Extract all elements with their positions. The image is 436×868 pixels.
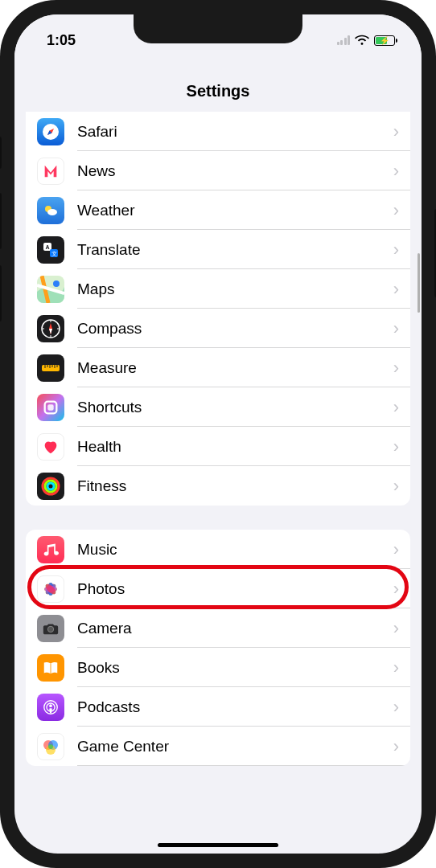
settings-row-label: Weather — [77, 202, 393, 219]
svg-point-10 — [53, 280, 60, 287]
chevron-right-icon: › — [393, 657, 399, 678]
svg-text:文: 文 — [51, 251, 57, 256]
chevron-right-icon: › — [393, 397, 399, 418]
settings-group-apps-1: Safari › News › Weather › — [26, 112, 410, 506]
settings-row-label: Measure — [77, 359, 393, 377]
chevron-right-icon: › — [393, 579, 399, 600]
settings-row-label: Shortcuts — [77, 399, 393, 416]
chevron-right-icon: › — [393, 436, 399, 457]
chevron-right-icon: › — [393, 697, 399, 718]
settings-row-health[interactable]: Health › — [26, 427, 410, 466]
settings-group-apps-2: Music › — [26, 530, 410, 766]
chevron-right-icon: › — [393, 240, 399, 260]
svg-point-38 — [47, 626, 53, 632]
wifi-icon — [355, 35, 369, 46]
measure-icon — [37, 354, 64, 382]
silent-switch — [0, 137, 2, 169]
cellular-icon — [337, 35, 351, 45]
settings-row-weather[interactable]: Weather › — [26, 190, 410, 230]
fitness-icon — [37, 473, 64, 500]
volume-up-button — [0, 193, 2, 249]
settings-row-measure[interactable]: Measure › — [26, 348, 410, 387]
chevron-right-icon: › — [393, 318, 399, 339]
volume-down-button — [0, 265, 2, 321]
maps-icon — [37, 276, 64, 303]
settings-row-music[interactable]: Music › — [26, 530, 410, 569]
safari-icon — [37, 118, 64, 145]
chevron-right-icon: › — [393, 736, 399, 757]
settings-row-label: Maps — [77, 280, 393, 298]
screen: 1:05 ⚡ Settings — [14, 14, 422, 854]
settings-row-news[interactable]: News › — [26, 151, 410, 190]
settings-row-label: Safari — [77, 123, 393, 141]
home-indicator[interactable] — [158, 843, 278, 847]
svg-point-4 — [47, 209, 57, 215]
weather-icon — [37, 197, 64, 224]
settings-row-label: Game Center — [77, 738, 393, 755]
health-icon — [37, 433, 64, 461]
settings-row-maps[interactable]: Maps › — [26, 269, 410, 309]
svg-rect-26 — [47, 404, 53, 410]
gamecenter-icon — [37, 733, 64, 760]
settings-row-translate[interactable]: A文 Translate › — [26, 230, 410, 269]
settings-row-fitness[interactable]: Fitness › — [26, 466, 410, 506]
battery-charging-icon: ⚡ — [374, 35, 397, 46]
shortcuts-icon — [37, 394, 64, 421]
settings-row-label: Music — [77, 541, 393, 559]
page-title: Settings — [187, 82, 250, 100]
settings-row-label: Compass — [77, 320, 393, 338]
translate-icon: A文 — [37, 236, 64, 264]
settings-row-books[interactable]: Books › — [26, 648, 410, 687]
chevron-right-icon: › — [393, 539, 399, 560]
status-icons: ⚡ — [337, 35, 398, 46]
svg-point-42 — [49, 704, 52, 707]
chevron-right-icon: › — [393, 200, 399, 221]
svg-marker-17 — [49, 329, 52, 334]
chevron-right-icon: › — [393, 476, 399, 497]
settings-row-podcasts[interactable]: Podcasts › — [26, 687, 410, 727]
compass-icon — [37, 315, 64, 342]
settings-row-label: Podcasts — [77, 698, 393, 716]
navbar: Settings — [14, 53, 422, 112]
device-frame: 1:05 ⚡ Settings — [0, 0, 436, 868]
chevron-right-icon: › — [393, 161, 399, 182]
settings-row-shortcuts[interactable]: Shortcuts › — [26, 387, 410, 427]
svg-point-29 — [47, 483, 54, 489]
music-icon — [37, 536, 64, 563]
settings-row-label: Photos — [77, 580, 393, 598]
books-icon — [37, 654, 64, 682]
settings-row-label: Health — [77, 438, 393, 456]
chevron-right-icon: › — [393, 358, 399, 379]
scroll-indicator — [417, 253, 420, 313]
settings-row-camera[interactable]: Camera › — [26, 608, 410, 648]
chevron-right-icon: › — [393, 121, 399, 142]
chevron-right-icon: › — [393, 618, 399, 639]
camera-icon — [37, 615, 64, 642]
status-time: 1:05 — [47, 32, 76, 49]
settings-row-safari[interactable]: Safari › — [26, 112, 410, 151]
svg-text:A: A — [45, 244, 49, 250]
settings-row-compass[interactable]: Compass › — [26, 309, 410, 348]
svg-point-46 — [48, 744, 53, 749]
settings-row-label: Books — [77, 659, 393, 677]
settings-row-gamecenter[interactable]: Game Center › — [26, 727, 410, 766]
settings-row-photos[interactable]: Photos › — [26, 569, 410, 608]
settings-row-label: Translate — [77, 241, 393, 259]
photos-icon — [37, 575, 64, 603]
settings-row-label: News — [77, 162, 393, 180]
settings-row-label: Fitness — [77, 477, 393, 495]
news-icon — [37, 158, 64, 185]
notch — [134, 14, 302, 43]
settings-list[interactable]: Safari › News › Weather › — [14, 112, 422, 854]
settings-row-label: Camera — [77, 620, 393, 637]
podcasts-icon — [37, 694, 64, 721]
chevron-right-icon: › — [393, 279, 399, 300]
